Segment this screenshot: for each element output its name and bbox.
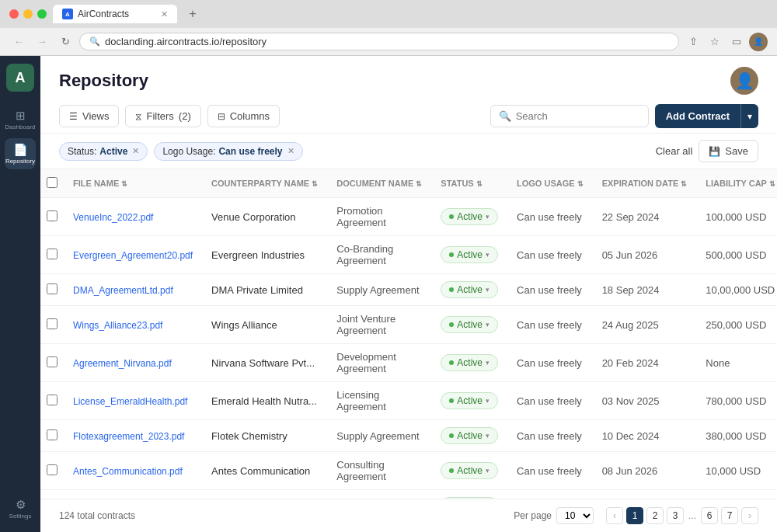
browser-tab[interactable]: A AirContracts ✕ <box>53 5 177 23</box>
row-checkbox[interactable] <box>47 210 57 221</box>
page-2-button[interactable]: 2 <box>646 507 664 524</box>
status-dot <box>449 468 454 473</box>
status-cell: Active ▾ <box>431 452 507 490</box>
select-all-checkbox[interactable] <box>47 177 57 188</box>
file-name-cell: Lightgroup_Orderform.pdf <box>64 490 202 499</box>
counterparty-cell: Light Group Inc. <box>202 490 327 499</box>
status-badge[interactable]: Active ▾ <box>441 427 498 444</box>
status-badge[interactable]: Active ▾ <box>441 392 498 409</box>
logo-usage-cell: Can use freely <box>507 236 593 274</box>
row-checkbox[interactable] <box>47 318 57 329</box>
clear-all-button[interactable]: Clear all <box>656 145 693 157</box>
new-tab-button[interactable]: + <box>183 5 202 23</box>
total-contracts: 124 total contracts <box>59 510 135 521</box>
forward-button[interactable]: → <box>33 33 51 51</box>
logo-usage-header[interactable]: LOGO USAGE ⇅ <box>507 169 593 198</box>
file-name-link[interactable]: License_EmeraldHealth.pdf <box>73 396 187 407</box>
status-badge[interactable]: Active ▾ <box>441 281 498 298</box>
file-name-link[interactable]: Agreement_Nirvana.pdf <box>73 358 172 369</box>
page-6-button[interactable]: 6 <box>701 507 718 524</box>
file-name-link[interactable]: Antes_Communication.pdf <box>73 466 183 477</box>
filters-bar: Status: Active ✕ Logo Usage: Can use fre… <box>40 134 777 169</box>
counterparty-cell: Evergreen Industries <box>202 236 327 274</box>
status-filter-close-icon[interactable]: ✕ <box>132 146 139 156</box>
add-contract-button[interactable]: Add Contract ▾ <box>655 104 758 128</box>
maximize-dot[interactable] <box>37 9 47 19</box>
expiration-date-header[interactable]: EXPIRATION DATE ⇅ <box>593 169 697 198</box>
status-dropdown-icon: ▾ <box>486 321 490 329</box>
status-filter-tag[interactable]: Status: Active ✕ <box>59 142 148 161</box>
prev-page-button[interactable]: ‹ <box>606 507 623 524</box>
liability-cap-header[interactable]: LIABILITY CAP ⇅ <box>696 169 777 198</box>
share-icon[interactable]: ⇧ <box>684 33 702 51</box>
liability-cap-cell: 380,000 USD <box>696 420 777 452</box>
file-name-link[interactable]: Evergreen_Agreement20.pdf <box>73 250 193 261</box>
file-name-link[interactable]: DMA_AgreementLtd.pdf <box>73 285 173 296</box>
row-checkbox[interactable] <box>47 464 57 475</box>
refresh-button[interactable]: ↻ <box>56 33 75 51</box>
bookmark-icon[interactable]: ☆ <box>706 33 724 51</box>
document-sort-icon: ⇅ <box>416 180 422 188</box>
status-dot <box>449 322 454 327</box>
status-badge[interactable]: Active ▾ <box>441 462 498 479</box>
status-badge[interactable]: Active ▾ <box>441 354 498 371</box>
counterparty-header[interactable]: COUNTERPARTY NAME ⇅ <box>202 169 327 198</box>
document-name-cell: Development Agreement <box>327 344 431 382</box>
page-1-button[interactable]: 1 <box>626 507 643 524</box>
sidebar-item-dashboard[interactable]: ⊞ Dashboard <box>5 104 36 135</box>
save-icon: 💾 <box>709 146 720 157</box>
add-contract-dropdown-icon[interactable]: ▾ <box>740 104 758 128</box>
columns-icon: ⊟ <box>218 111 225 122</box>
columns-button[interactable]: ⊟ Columns <box>207 105 280 127</box>
minimize-dot[interactable] <box>23 9 33 19</box>
user-avatar[interactable]: 👤 <box>730 67 758 95</box>
status-badge[interactable]: Active ▾ <box>441 316 498 333</box>
close-dot[interactable] <box>9 9 19 19</box>
pagination: 124 total contracts Per page 10 25 50 ‹ … <box>40 499 777 532</box>
contracts-table: FILE NAME ⇅ COUNTERPARTY NAME ⇅ DOCUMENT… <box>40 169 777 499</box>
expiration-date-cell: 18 Sep 2024 <box>593 274 697 306</box>
page-7-button[interactable]: 7 <box>721 507 738 524</box>
row-checkbox-cell <box>40 420 64 452</box>
file-name-link[interactable]: Wings_Alliance23.pdf <box>73 320 162 331</box>
search-input[interactable] <box>516 110 640 122</box>
row-checkbox-cell <box>40 382 64 420</box>
logo-usage-cell: Can use freely <box>507 490 593 499</box>
row-checkbox[interactable] <box>47 249 57 259</box>
file-name-link[interactable]: Flotexagreement_2023.pdf <box>73 431 184 442</box>
file-name-link[interactable]: VenueInc_2022.pdf <box>73 212 153 223</box>
row-checkbox[interactable] <box>47 429 57 440</box>
browser-user-icon[interactable]: 👤 <box>749 33 768 51</box>
row-checkbox[interactable] <box>47 283 57 294</box>
status-dot <box>449 214 454 219</box>
next-page-button[interactable]: › <box>741 507 758 524</box>
status-badge[interactable]: Active ▾ <box>441 246 498 263</box>
save-button[interactable]: 💾 Save <box>699 140 758 162</box>
page-3-button[interactable]: 3 <box>667 507 684 524</box>
status-badge[interactable]: Active ▾ <box>441 208 498 225</box>
counterparty-cell: Wings Alliance <box>202 306 327 344</box>
row-checkbox-cell <box>40 452 64 490</box>
row-checkbox[interactable] <box>47 356 57 367</box>
add-contract-main[interactable]: Add Contract <box>655 104 740 128</box>
page-dots: ... <box>687 510 698 521</box>
views-button[interactable]: ☰ Views <box>59 105 119 127</box>
document-name-header[interactable]: DOCUMENT NAME ⇅ <box>327 169 431 198</box>
sidebar-item-repository[interactable]: 📄 Repository <box>5 138 36 169</box>
file-name-header[interactable]: FILE NAME ⇅ <box>64 169 202 198</box>
back-button[interactable]: ← <box>9 33 28 51</box>
per-page-select[interactable]: 10 25 50 <box>556 507 594 524</box>
row-checkbox[interactable] <box>47 395 57 405</box>
filters-button[interactable]: ⧖ Filters (2) <box>125 105 200 127</box>
address-bar[interactable]: 🔍 doclanding.aircontracts.io/repository <box>79 33 679 50</box>
sidebar-item-settings[interactable]: ⚙ Settings <box>5 493 36 524</box>
logo-filter-tag[interactable]: Logo Usage: Can use freely ✕ <box>154 142 302 161</box>
status-header[interactable]: STATUS ⇅ <box>431 169 507 198</box>
sidebar-logo[interactable]: A <box>6 64 34 92</box>
tab-close-icon[interactable]: ✕ <box>161 9 168 19</box>
table-row: DMA_AgreementLtd.pdf DMA Private Limited… <box>40 274 777 306</box>
table-row: Evergreen_Agreement20.pdf Evergreen Indu… <box>40 236 777 274</box>
logo-filter-close-icon[interactable]: ✕ <box>287 146 294 156</box>
reader-mode-icon[interactable]: ▭ <box>727 33 746 51</box>
favicon: A <box>62 9 73 19</box>
